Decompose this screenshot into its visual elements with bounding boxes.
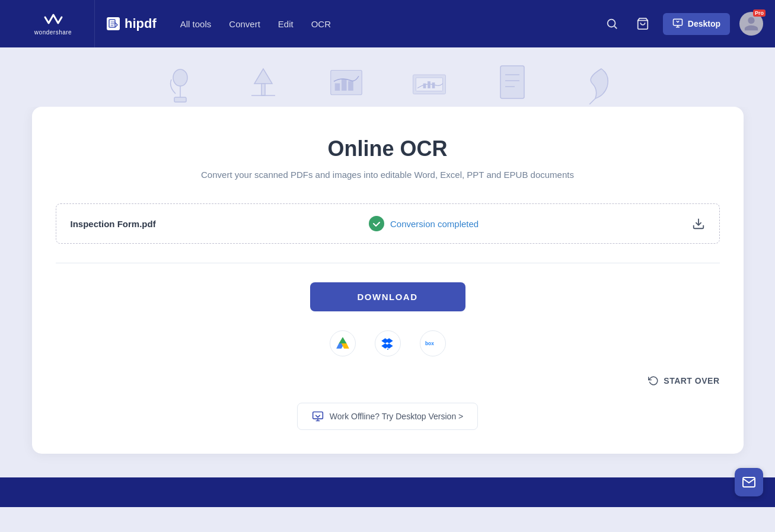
cart-button[interactable] — [632, 13, 653, 34]
status-check-icon — [369, 216, 384, 231]
start-over-button[interactable]: START OVER — [648, 375, 719, 386]
svg-rect-8 — [335, 84, 340, 90]
wondershare-logo-icon — [43, 12, 64, 28]
inline-download-button[interactable] — [692, 217, 705, 230]
floating-mail-button[interactable] — [735, 468, 763, 496]
lamp-illustration — [245, 63, 281, 107]
main-content: Online OCR Convert your scanned PDFs and… — [0, 107, 775, 477]
pen-illustration — [578, 63, 613, 107]
wondershare-brand[interactable]: wondershare — [12, 0, 95, 47]
desktop-button[interactable]: Desktop — [663, 13, 730, 35]
page-subtitle: Convert your scanned PDFs and images int… — [56, 170, 720, 180]
start-over-label: START OVER — [664, 376, 719, 386]
svg-rect-16 — [500, 66, 524, 98]
status-text: Conversion completed — [390, 219, 479, 229]
svg-point-18 — [387, 349, 388, 350]
conversion-status: Conversion completed — [369, 216, 479, 231]
chart-illustration — [329, 63, 364, 107]
start-over-icon — [648, 375, 659, 386]
svg-text:box: box — [425, 340, 434, 346]
svg-rect-4 — [174, 97, 186, 102]
offline-banner-button[interactable]: Work Offline? Try Desktop Version > — [297, 403, 479, 430]
navbar: wondershare hipdf All tools Convert Edit… — [0, 0, 775, 47]
desktop-btn-label: Desktop — [688, 19, 720, 28]
desktop-icon — [672, 18, 683, 30]
file-name: Inspection Form.pdf — [71, 219, 156, 229]
search-button[interactable] — [601, 13, 623, 34]
desktop-offline-icon — [312, 410, 324, 422]
svg-rect-9 — [342, 79, 346, 91]
download-btn-wrap: DOWNLOAD — [56, 282, 720, 311]
cloud-save-options: box — [56, 330, 720, 356]
offline-text: Work Offline? Try Desktop Version > — [330, 412, 464, 421]
hipdf-icon — [107, 17, 120, 30]
svg-rect-14 — [428, 82, 430, 88]
svg-rect-10 — [348, 81, 353, 90]
box-button[interactable]: box — [420, 330, 446, 356]
svg-point-1 — [607, 20, 615, 27]
hero-background — [0, 47, 775, 107]
hero-illustrations — [162, 63, 613, 107]
svg-rect-15 — [432, 83, 435, 88]
svg-rect-13 — [423, 84, 426, 88]
hipdf-label: hipdf — [125, 16, 157, 31]
monitor-illustration — [412, 63, 447, 107]
start-over-wrap: START OVER — [56, 375, 720, 386]
svg-point-3 — [173, 69, 187, 86]
offline-banner: Work Offline? Try Desktop Version > — [56, 403, 720, 430]
pro-badge: Pro — [753, 9, 766, 17]
svg-rect-5 — [261, 84, 265, 95]
user-avatar-wrap: Pro — [739, 12, 763, 36]
dropbox-button[interactable] — [375, 330, 401, 356]
nav-convert[interactable]: Convert — [229, 17, 260, 31]
footer-bar — [0, 477, 775, 507]
wondershare-label: wondershare — [34, 29, 72, 36]
plant-illustration — [162, 63, 198, 107]
divider — [56, 263, 720, 263]
mail-icon — [742, 475, 756, 489]
page-title: Online OCR — [56, 136, 720, 161]
doc-illustration — [495, 63, 530, 107]
nav-actions: Desktop Pro — [601, 12, 763, 36]
download-button[interactable]: DOWNLOAD — [310, 282, 465, 311]
main-card: Online OCR Convert your scanned PDFs and… — [32, 107, 744, 454]
google-drive-button[interactable] — [330, 330, 356, 356]
nav-edit[interactable]: Edit — [278, 17, 294, 31]
nav-all-tools[interactable]: All tools — [180, 17, 212, 31]
file-row: Inspection Form.pdf Conversion completed — [56, 203, 720, 244]
hipdf-logo[interactable]: hipdf — [107, 16, 157, 31]
nav-links: All tools Convert Edit OCR — [180, 17, 601, 31]
nav-ocr[interactable]: OCR — [311, 17, 331, 31]
